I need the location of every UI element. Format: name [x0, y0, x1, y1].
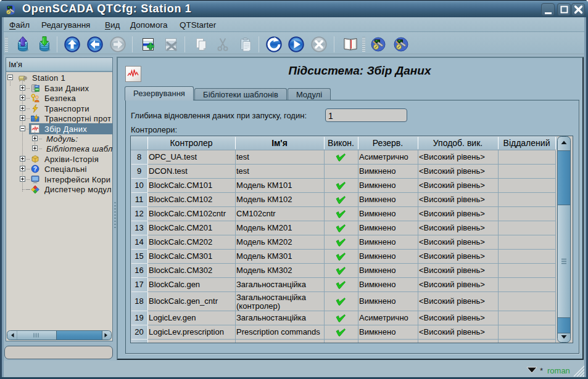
svg-text:?: ?	[33, 166, 37, 173]
